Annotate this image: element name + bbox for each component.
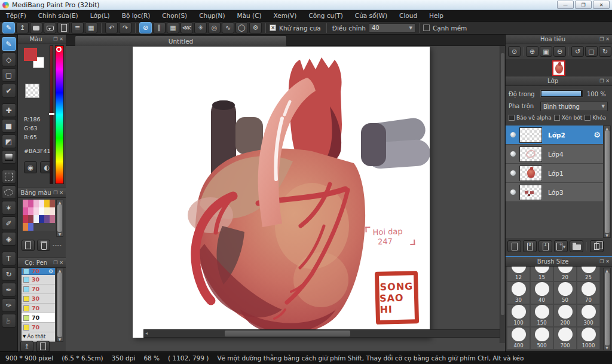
checkbox[interactable] [585,115,590,121]
canvas-vertical-scrollbar[interactable] [500,46,505,343]
scrollbar-handle[interactable] [605,273,610,345]
menu-item[interactable]: Màu (C) [231,10,268,22]
gradient-tool[interactable] [2,150,16,164]
scroll-up-icon[interactable]: ▲ [59,201,62,204]
layer-list-scrollbar[interactable]: ▲ ▼ [603,126,611,238]
new-layer-button[interactable] [507,240,521,252]
color-wheel-button[interactable]: ◉ [24,161,37,173]
menu-item[interactable]: Xem(V) [268,10,303,22]
fit-canvas-button[interactable]: ▣ [540,46,552,57]
palette-swatch[interactable] [28,223,33,231]
brush-size-option[interactable]: 700 [553,327,577,350]
brush-size-option[interactable]: 50 [553,282,577,304]
layer-settings-icon[interactable]: ⚙ [593,130,601,139]
snap-off-button[interactable]: ⊘ [139,22,152,33]
new-8bit-layer-button[interactable]: 8 [523,240,537,252]
select-rect-tool[interactable] [2,170,16,183]
palette-swatch[interactable] [39,223,44,231]
snap-settings-button[interactable]: ⚙ [249,22,262,33]
brush-list-scrollbar[interactable]: ▲ ▼ [56,268,63,342]
document-button[interactable] [57,22,70,33]
document-tab[interactable]: Untitled [75,35,287,46]
brush-size-scrollbar[interactable]: ▲ ▼ [603,268,611,350]
rotate-ccw-button[interactable]: ↺ [571,46,584,57]
brush-item[interactable]: 70 [22,285,55,294]
redo-button[interactable]: ↷ [119,22,131,33]
palette-swatch[interactable] [50,223,55,231]
reset-rotation-button[interactable]: ↻ [599,46,611,57]
brush-size-option[interactable]: 1000 [577,327,600,350]
layer-row[interactable]: Lớp3 [506,183,603,202]
hue-slider-handle[interactable] [56,47,62,52]
layer-folder-button[interactable] [570,240,583,252]
scroll-down-icon[interactable]: ▼ [605,346,608,349]
snap-concentric-button[interactable]: ◎ [208,22,221,33]
brush-item[interactable]: ▼Ảo thật [22,332,55,341]
palette-swatch[interactable] [33,200,39,207]
palette-swatch[interactable] [23,223,28,231]
palette-swatch[interactable] [33,215,39,223]
palette-swatch[interactable] [50,215,55,223]
transparent-color-swatch[interactable] [25,84,39,98]
duplicate-layer-button[interactable] [590,240,604,252]
palette-swatch[interactable] [50,207,55,215]
palette-swatch[interactable] [44,207,50,215]
brush-size-option[interactable]: 300 [577,304,600,327]
palette-swatch[interactable] [23,200,28,207]
layer-row[interactable]: Lớp4 [506,145,603,164]
scrollbar-handle[interactable] [57,204,62,232]
layer-visibility-icon[interactable] [510,170,516,176]
layer-visibility-icon[interactable] [510,151,516,157]
fit-screen-button[interactable]: ▢ [585,46,598,57]
adjust-dropdown[interactable]: 40 ▼ [369,23,415,33]
maximize-button[interactable]: ❐ [575,1,592,9]
canvas-horizontal-scrollbar[interactable]: ◂ [143,329,501,338]
layer-visibility-icon[interactable] [510,189,516,195]
palette-swatch[interactable] [33,207,39,215]
menu-item[interactable]: Help [423,10,449,22]
palette-swatch[interactable] [50,200,55,207]
close-icon[interactable]: ✕ [59,36,63,42]
bucket-tool[interactable]: ◩ [2,134,16,148]
scroll-up-icon[interactable]: ▲ [605,269,608,272]
palette-swatch[interactable] [39,207,44,215]
layer-option-bảo-vệ-alpha[interactable]: Bảo vệ alpha [509,115,552,121]
palette-swatch[interactable] [23,207,28,215]
checkbox[interactable] [554,115,560,121]
rotate-view-tool[interactable]: ↻ [2,267,16,281]
popout-icon[interactable]: ❐ [599,259,604,264]
snap-curve-button[interactable]: ∿ [222,22,234,33]
polyline-tool[interactable]: ✔ [2,84,16,97]
eyedropper-tool[interactable]: ✒ [2,283,16,296]
menu-item[interactable]: Cloud [393,10,423,22]
lasso-tool[interactable] [2,185,16,199]
brush-size-option[interactable]: 200 [553,304,577,327]
hand-tool[interactable]: ☞ [2,314,16,328]
layer-option-khóa[interactable]: Khóa [585,115,606,121]
comment-button[interactable] [30,22,42,33]
shape-brush-tool[interactable]: ▢ [2,68,16,82]
snap-vanishing-button[interactable]: ⋘ [180,22,193,33]
select-pen-tool[interactable]: ✐ [2,216,16,230]
eraser-tool[interactable]: ◇ [2,53,16,66]
value-slider-handle[interactable] [49,113,54,115]
close-button[interactable]: ✕ [593,1,610,9]
material-grid-button[interactable]: ▦ [85,22,97,33]
scroll-up-icon[interactable]: ▲ [59,269,62,272]
move-tool[interactable]: ✚ [2,103,16,117]
add-palette-color-button[interactable] [22,240,35,251]
layer-option-xén-bớt[interactable]: Xén bớt [554,115,583,121]
close-icon[interactable]: ✕ [605,36,610,42]
palette-swatch[interactable] [44,215,50,223]
popout-icon[interactable]: ❐ [53,260,57,265]
palette-scrollbar[interactable]: ▲ ▼ [56,200,63,237]
brush-size-option[interactable]: 150 [530,304,553,327]
close-icon[interactable]: ✕ [605,259,610,264]
foreground-color-swatch[interactable] [24,48,37,61]
opacity-slider[interactable] [540,90,583,97]
brush-size-option[interactable]: 100 [507,304,530,327]
menu-item[interactable]: Lớp(L) [84,10,116,22]
zoom-in-button[interactable]: ⊕ [526,46,538,57]
scrollbar-handle[interactable] [225,331,350,337]
layer-row[interactable]: Lớp2⚙ [506,126,603,145]
